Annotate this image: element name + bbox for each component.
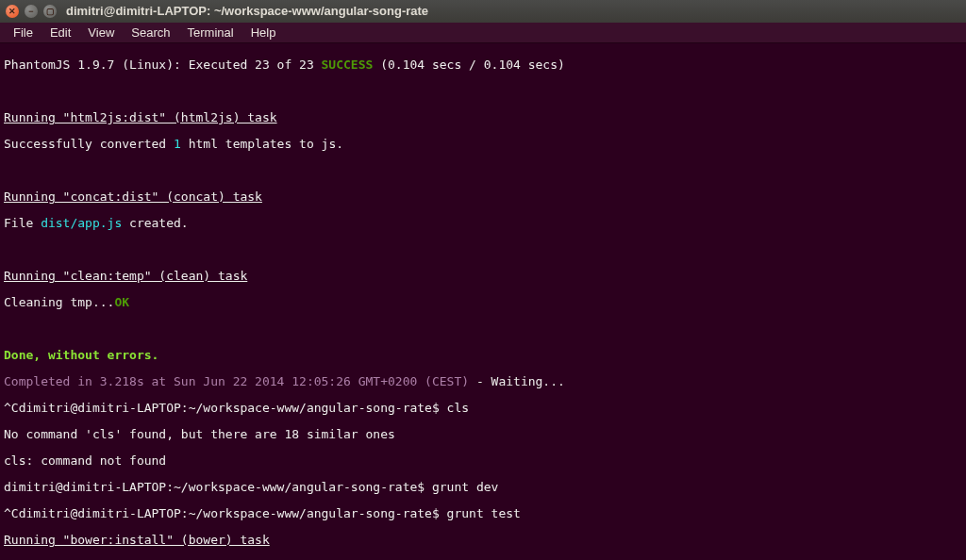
t: Completed in 3.218s at Sun Jun 22 2014 1…	[4, 374, 469, 388]
menu-file[interactable]: File	[6, 25, 41, 41]
t: 1	[174, 137, 181, 151]
prompt: ^Cdimitri@dimitri-LAPTOP:~/workspace-www…	[4, 401, 469, 415]
task-header: Running "html2js:dist" (html2js) task	[4, 110, 277, 124]
t: Cleaning tmp...	[4, 295, 114, 309]
t: cls: command not found	[4, 453, 166, 468]
menu-edit[interactable]: Edit	[42, 25, 78, 41]
t: No command 'cls' found, but there are 18…	[4, 427, 395, 441]
menu-terminal[interactable]: Terminal	[180, 25, 242, 41]
t: created.	[122, 216, 188, 230]
window-titlebar: ✕ − ▢ dimitri@dimitri-LAPTOP: ~/workspac…	[0, 0, 966, 23]
close-icon[interactable]: ✕	[6, 5, 19, 18]
prompt: dimitri@dimitri-LAPTOP:~/workspace-www/a…	[4, 480, 498, 494]
t: Successfully converted	[4, 137, 174, 151]
task-header: Running "clean:temp" (clean) task	[4, 269, 247, 283]
prompt: ^Cdimitri@dimitri-LAPTOP:~/workspace-www…	[4, 506, 521, 520]
t: PhantomJS 1.9.7 (Linux): Executed 23 of …	[4, 58, 322, 72]
menubar: File Edit View Search Terminal Help	[0, 23, 966, 43]
task-header: Running "bower:install" (bower) task	[4, 533, 270, 547]
t: OK	[114, 295, 129, 309]
t: SUCCESS	[322, 58, 374, 72]
maximize-icon[interactable]: ▢	[43, 5, 57, 18]
t: (0.104 secs / 0.104 secs)	[373, 58, 565, 72]
window-controls: ✕ − ▢	[6, 5, 57, 18]
t: dist/app.js	[41, 216, 122, 230]
menu-view[interactable]: View	[80, 25, 122, 41]
minimize-icon[interactable]: −	[25, 5, 38, 18]
t: File	[4, 216, 41, 230]
menu-search[interactable]: Search	[124, 25, 177, 41]
window-title: dimitri@dimitri-LAPTOP: ~/workspace-www/…	[66, 5, 428, 18]
done-msg: Done, without errors.	[4, 348, 158, 362]
menu-help[interactable]: Help	[243, 25, 284, 41]
t: - Waiting...	[469, 374, 565, 388]
terminal-output[interactable]: PhantomJS 1.9.7 (Linux): Executed 23 of …	[0, 43, 966, 560]
t: html templates to js.	[181, 137, 343, 151]
task-header: Running "concat:dist" (concat) task	[4, 189, 262, 204]
